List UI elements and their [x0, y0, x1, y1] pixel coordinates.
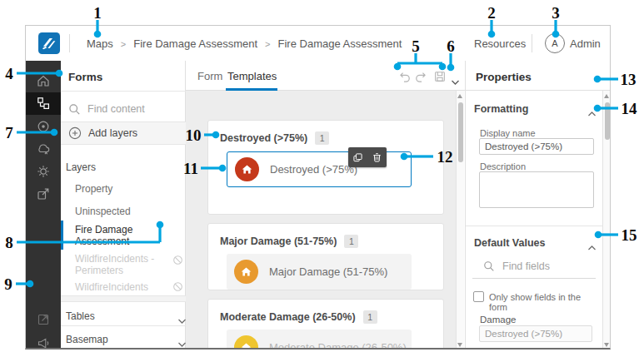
tab-templates[interactable]: Templates — [227, 70, 277, 82]
callout-number-3: 3 — [552, 5, 560, 21]
breadcrumb-separator-icon: > — [121, 39, 126, 49]
app-header: Maps > Fire Damage Assessment > Fire Dam… — [26, 26, 610, 62]
find-content-input[interactable] — [86, 102, 172, 116]
section-gap — [61, 295, 186, 302]
find-fields-input[interactable] — [501, 260, 583, 273]
callout-number-12: 12 — [437, 149, 453, 165]
callout-number-8: 8 — [5, 235, 13, 250]
layer-item-uninspected[interactable]: Uninspected — [75, 206, 131, 217]
group-title: Destroyed (>75%) — [220, 132, 307, 144]
search-icon — [68, 103, 81, 119]
add-layers-label: Add layers — [88, 127, 137, 139]
divider — [61, 349, 186, 350]
templates-list: Destroyed (>75%) 1 Destroyed (>75%) — [186, 91, 456, 350]
group-title: Major Damage (51-75%) — [220, 235, 337, 247]
user-menu[interactable]: Admin — [570, 37, 601, 50]
template-card-major[interactable]: Major Damage (51-75%) — [227, 254, 412, 290]
redo-icon[interactable] — [416, 72, 428, 87]
breadcrumb-form-name: Fire Damage Assessment — [278, 37, 402, 50]
layer-item-fire-damage-assessment[interactable]: Fire Damage Assessment — [75, 224, 162, 247]
breadcrumb: Maps > Fire Damage Assessment > Fire Dam… — [87, 37, 402, 50]
scroll-up-icon[interactable] — [604, 94, 609, 98]
scroll-down-icon[interactable] — [604, 343, 609, 347]
template-label: Destroyed (>75%) — [270, 163, 357, 176]
properties-panel: Properties Formatting Display name Descr… — [466, 61, 611, 350]
launch-icon[interactable] — [26, 309, 61, 330]
duplicate-icon[interactable] — [352, 151, 364, 164]
template-label: Moderate Damage (26-50%) — [269, 341, 407, 350]
basemap-section[interactable]: Basemap — [66, 334, 108, 345]
breadcrumb-separator-icon: > — [265, 39, 270, 49]
scroll-up-icon[interactable] — [457, 94, 462, 98]
description-textarea[interactable] — [479, 171, 594, 208]
display-name-input[interactable] — [479, 138, 594, 155]
scrollbar-thumb[interactable] — [458, 102, 463, 162]
save-menu-chevron-icon[interactable] — [451, 74, 460, 89]
template-label: Major Damage (51-75%) — [269, 265, 387, 278]
callout-number-5: 5 — [412, 38, 420, 54]
layer-disabled-icon — [172, 280, 183, 295]
forms-icon[interactable] — [26, 92, 61, 114]
forms-panel-title: Forms — [68, 71, 102, 83]
callout-number-6: 6 — [447, 38, 455, 54]
layers-section-label: Layers — [66, 161, 96, 173]
layer-item-wildfireincidents[interactable]: WildfireIncidents — [75, 281, 148, 293]
callout-number-7: 7 — [5, 125, 13, 141]
annotated-screenshot: Maps > Fire Damage Assessment > Fire Dam… — [0, 0, 644, 352]
destroyed-symbol-icon — [235, 157, 259, 181]
layer-item-wildfire-perimeters[interactable]: WildfireIncidents - Perimeters — [75, 253, 158, 276]
group-count-badge: 1 — [315, 131, 329, 145]
template-group-destroyed: Destroyed (>75%) 1 Destroyed (>75%) — [207, 120, 444, 215]
delete-trash-icon[interactable] — [371, 151, 383, 164]
only-show-fields-checkbox[interactable] — [473, 291, 484, 302]
offline-icon[interactable] — [26, 138, 61, 160]
damage-field-label: Damage — [480, 315, 516, 325]
resources-link[interactable]: Resources — [474, 37, 526, 50]
form-editor-panel: Form Templates — [186, 61, 466, 350]
callout-number-10: 10 — [186, 127, 202, 143]
app-window: Maps > Fire Damage Assessment > Fire Dam… — [25, 25, 611, 350]
properties-scrollbar[interactable] — [602, 91, 611, 350]
divider — [61, 91, 186, 92]
callout-number-9: 9 — [4, 276, 12, 292]
damage-field-value[interactable] — [479, 325, 592, 342]
tables-section[interactable]: Tables — [66, 310, 95, 322]
chevron-up-icon[interactable] — [587, 106, 597, 121]
settings-gear-icon[interactable] — [26, 161, 61, 182]
save-icon[interactable] — [433, 70, 447, 87]
home-icon[interactable] — [26, 70, 61, 92]
editor-header: Form Templates — [186, 61, 465, 91]
tab-form[interactable]: Form — [197, 70, 222, 82]
template-group-moderate: Moderate Damage (26-50%) 1 Moderate Dama… — [207, 299, 444, 350]
feedback-megaphone-icon[interactable] — [26, 332, 61, 350]
callout-number-11: 11 — [183, 161, 198, 176]
forms-panel: Forms Add layers Layers Property ••• Un — [61, 61, 186, 350]
avatar[interactable]: A — [545, 33, 565, 53]
template-group-major: Major Damage (51-75%) 1 Major Damage (51… — [207, 223, 444, 290]
breadcrumb-map-name[interactable]: Fire Damage Assessment — [133, 37, 257, 50]
app-logo[interactable] — [38, 32, 60, 57]
callout-number-2: 2 — [487, 5, 496, 21]
scrollbar-thumb[interactable] — [605, 102, 610, 140]
display-name-label: Display name — [480, 128, 536, 138]
geofence-icon[interactable] — [26, 116, 61, 137]
share-icon[interactable] — [26, 183, 61, 205]
scroll-down-icon[interactable] — [457, 343, 462, 347]
template-card-moderate[interactable]: Moderate Damage (26-50%) — [227, 330, 412, 350]
add-layers-button[interactable]: Add layers — [61, 122, 186, 144]
templates-scrollbar[interactable] — [456, 91, 464, 350]
header-divider — [532, 34, 532, 52]
moderate-damage-symbol-icon — [234, 335, 258, 350]
undo-icon[interactable] — [397, 72, 410, 87]
app-sidebar: » — [26, 61, 61, 350]
chevron-up-icon[interactable] — [587, 240, 597, 255]
avatar-initial: A — [552, 38, 557, 48]
layer-disabled-icon — [172, 254, 183, 269]
breadcrumb-maps[interactable]: Maps — [87, 37, 113, 50]
formatting-section-title: Formatting — [474, 103, 528, 115]
callout-number-13: 13 — [621, 72, 637, 87]
properties-header: Properties — [466, 61, 611, 91]
callout-number-15: 15 — [622, 227, 637, 243]
add-plus-icon — [68, 126, 82, 140]
layer-item-property[interactable]: Property — [75, 183, 112, 195]
